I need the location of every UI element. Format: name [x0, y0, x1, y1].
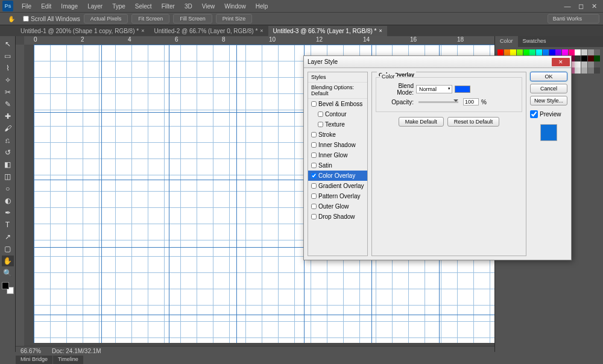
effect-row[interactable]: Contour [308, 109, 367, 119]
gradient-tool[interactable]: ◫ [2, 171, 14, 182]
marquee-tool[interactable]: ▭ [2, 51, 14, 61]
option-button[interactable]: Actual Pixels [84, 14, 128, 24]
close-icon[interactable]: × [141, 28, 144, 34]
effect-row[interactable]: Texture [308, 119, 367, 130]
close-button[interactable]: ✕ [587, 2, 601, 10]
dialog-titlebar[interactable]: Layer Style ✕ [304, 56, 571, 68]
document-tab[interactable]: Untitled-2 @ 66.7% (Layer 0, RGB/8) *× [149, 26, 268, 36]
minimize-button[interactable]: — [561, 2, 574, 10]
swatch[interactable] [536, 49, 542, 55]
effect-row[interactable]: Stroke [308, 130, 367, 140]
menu-file[interactable]: File [17, 1, 36, 11]
history-brush-tool[interactable]: ↺ [2, 147, 14, 158]
zoom-tool[interactable]: 🔍 [2, 268, 14, 278]
effect-row[interactable]: Bevel & Emboss [308, 99, 367, 109]
effect-checkbox[interactable] [311, 152, 317, 158]
effect-checkbox[interactable] [311, 193, 317, 199]
brush-tool[interactable]: 🖌 [2, 123, 14, 134]
menu-edit[interactable]: Edit [36, 1, 56, 11]
menu-type[interactable]: Type [107, 1, 130, 11]
option-button[interactable]: Print Size [216, 14, 253, 24]
close-icon[interactable]: × [379, 28, 382, 34]
stamp-tool[interactable]: ⎌ [2, 135, 14, 146]
eraser-tool[interactable]: ◧ [2, 159, 14, 170]
swatch[interactable] [588, 55, 594, 61]
pen-tool[interactable]: ✒ [2, 207, 14, 218]
workspace-dropdown[interactable]: Banti Works [548, 14, 599, 24]
swatch[interactable] [504, 49, 510, 55]
dialog-close-button[interactable]: ✕ [552, 58, 570, 66]
zoom-level[interactable]: 66.67% [21, 348, 41, 354]
effect-row[interactable]: Gradient Overlay [308, 181, 367, 191]
effect-row[interactable]: Satin [308, 160, 367, 171]
swatch[interactable] [588, 49, 594, 55]
swatch[interactable] [588, 67, 594, 74]
swatch[interactable] [517, 49, 523, 55]
make-default-button[interactable]: Make Default [399, 117, 444, 127]
menu-help[interactable]: Help [251, 1, 273, 11]
effect-checkbox[interactable] [311, 214, 317, 219]
swatch[interactable] [569, 49, 575, 55]
effect-row[interactable]: Inner Shadow [308, 140, 367, 150]
effect-row[interactable]: Pattern Overlay [308, 191, 367, 201]
swatch[interactable] [594, 55, 600, 61]
shape-tool[interactable]: ▢ [2, 243, 14, 254]
swatch[interactable] [588, 61, 594, 67]
effect-row[interactable]: Color Overlay [308, 171, 367, 181]
eyedropper-tool[interactable]: ✎ [2, 99, 14, 110]
effect-checkbox[interactable] [311, 101, 317, 107]
swatch[interactable] [594, 67, 600, 74]
swatch[interactable] [581, 67, 587, 74]
swatch[interactable] [575, 61, 581, 67]
option-button[interactable]: Fit Screen [131, 14, 169, 24]
scroll-all-windows-checkbox[interactable]: Scroll All Windows [23, 16, 80, 22]
blur-tool[interactable]: ○ [2, 183, 14, 194]
cancel-button[interactable]: Cancel [530, 84, 567, 93]
effect-checkbox[interactable] [311, 132, 317, 137]
swatch[interactable] [529, 49, 535, 55]
swatch[interactable] [594, 49, 600, 55]
menu-filter[interactable]: Filter [157, 1, 180, 11]
effect-checkbox[interactable] [318, 111, 323, 117]
effect-row[interactable]: Drop Shadow [308, 212, 367, 222]
swatches-panel-tab[interactable]: Swatches [518, 36, 551, 47]
opacity-slider[interactable] [418, 101, 458, 103]
swatch[interactable] [549, 49, 555, 55]
swatch[interactable] [497, 49, 504, 55]
effect-checkbox[interactable] [311, 163, 317, 168]
swatch[interactable] [581, 49, 587, 55]
crop-tool[interactable]: ✂ [2, 87, 14, 98]
dodge-tool[interactable]: ◐ [2, 195, 14, 206]
swatch[interactable] [575, 67, 581, 74]
opacity-input[interactable] [463, 98, 479, 105]
menu-view[interactable]: View [197, 1, 220, 11]
effect-checkbox[interactable] [311, 142, 317, 148]
menu-image[interactable]: Image [56, 1, 83, 11]
document-tab[interactable]: Untitled-1 @ 200% (Shape 1 copy, RGB/8) … [16, 26, 149, 36]
preview-checkbox[interactable]: Preview [530, 110, 567, 118]
swatch[interactable] [523, 49, 529, 55]
foreground-color-swatch[interactable] [2, 282, 9, 289]
blend-mode-dropdown[interactable]: Normal [416, 85, 452, 93]
styles-header[interactable]: Styles [308, 72, 367, 83]
effect-checkbox[interactable] [311, 183, 317, 189]
bottom-tab[interactable]: Timeline [53, 356, 83, 364]
menu-window[interactable]: Window [219, 1, 251, 11]
type-tool[interactable]: T [2, 219, 14, 230]
effect-checkbox[interactable] [318, 122, 323, 127]
swatch[interactable] [575, 49, 581, 55]
new-style-button[interactable]: New Style... [530, 96, 567, 105]
effect-checkbox[interactable] [311, 204, 317, 209]
close-icon[interactable]: × [260, 28, 263, 34]
menu-select[interactable]: Select [130, 1, 157, 11]
blending-options-row[interactable]: Blending Options: Default [308, 83, 367, 99]
bottom-tab[interactable]: Mini Bridge [16, 356, 52, 364]
path-tool[interactable]: ↗ [2, 231, 14, 242]
color-panel-tab[interactable]: Color [495, 36, 518, 47]
swatch[interactable] [581, 61, 587, 67]
menu-3d[interactable]: 3D [180, 1, 197, 11]
hand-tool[interactable]: ✋ [2, 256, 14, 266]
swatch[interactable] [543, 49, 549, 55]
ok-button[interactable]: OK [530, 72, 567, 81]
effect-checkbox[interactable] [311, 173, 317, 178]
